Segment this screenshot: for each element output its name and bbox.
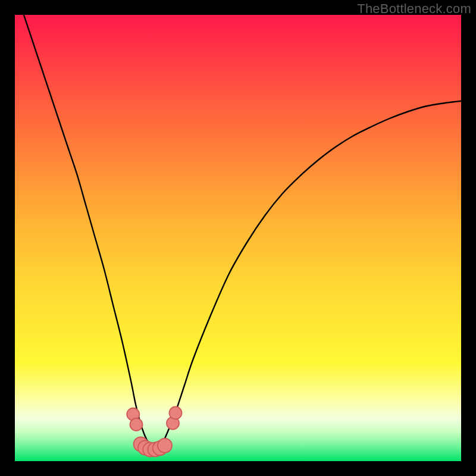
data-marker <box>170 406 182 419</box>
data-marker <box>158 439 172 453</box>
outer-frame: TheBottleneck.com <box>0 0 476 476</box>
chart-svg <box>15 15 461 461</box>
data-marker <box>130 418 143 431</box>
curve-line <box>24 15 461 448</box>
curve-markers <box>127 406 181 456</box>
plot-area <box>15 15 461 461</box>
bottleneck-curve <box>24 15 461 448</box>
watermark-text: TheBottleneck.com <box>357 1 471 17</box>
